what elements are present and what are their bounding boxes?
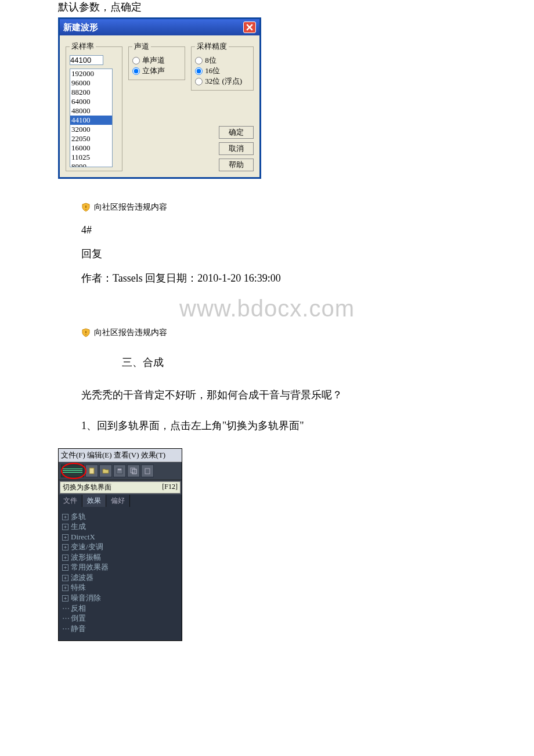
toolbar (59, 462, 182, 480)
sample-rate-input[interactable] (70, 55, 103, 65)
leaf-icon: ⋯ (62, 613, 68, 624)
precision-fieldset: 采样精度 8位16位32位 (浮点) (191, 41, 254, 91)
tree-label: 反相 (71, 604, 86, 613)
menu-item[interactable]: 文件(F) (61, 451, 85, 459)
precision-legend: 采样精度 (195, 41, 229, 52)
tree-item[interactable]: +波形振幅 (62, 552, 178, 563)
expand-icon: + (62, 514, 68, 520)
sample-rate-fieldset: 采样率 192000960008820064000480004410032000… (66, 41, 122, 171)
close-icon (246, 24, 253, 31)
report-link-2[interactable]: 向社区报告违规内容 (81, 327, 476, 338)
channel-option[interactable]: 立体声 (132, 66, 181, 76)
shield-icon (81, 328, 91, 337)
menu-item[interactable]: 效果(T) (141, 451, 166, 459)
sample-rate-option[interactable]: 96000 (70, 78, 112, 88)
expand-icon: + (62, 564, 68, 571)
sample-rate-option[interactable]: 16000 (70, 143, 112, 153)
paragraph-2: 1、回到多轨界面，点击左上角"切换为多轨界面" (81, 417, 476, 434)
ok-button[interactable]: 确定 (219, 126, 254, 139)
radio-input[interactable] (195, 78, 203, 85)
tree-item[interactable]: +噪音消除 (62, 593, 178, 603)
tree-item[interactable]: +变速/变调 (62, 542, 178, 552)
sample-rate-option[interactable]: 32000 (70, 125, 112, 134)
sample-rate-option[interactable]: 11025 (70, 153, 112, 162)
menu-item[interactable]: 查看(V) (114, 451, 139, 459)
menubar: 文件(F)编辑(E)查看(V)效果(T) (59, 449, 182, 462)
disk-icon (116, 467, 124, 475)
intro-text: 默认参数，点确定 (58, 0, 476, 14)
channel-fieldset: 声道 单声道立体声 (128, 41, 185, 80)
tree-item[interactable]: ⋯倒置 (62, 613, 178, 624)
precision-option[interactable]: 8位 (195, 55, 250, 66)
expand-icon: + (62, 585, 68, 591)
save-button[interactable] (113, 465, 126, 477)
radio-input[interactable] (195, 67, 203, 75)
reply-label: 回复 (81, 247, 476, 261)
precision-option[interactable]: 32位 (浮点) (195, 76, 250, 87)
radio-input[interactable] (132, 67, 140, 75)
report-link-text: 向社区报告违规内容 (94, 202, 167, 213)
expand-icon: + (62, 595, 68, 602)
channel-option[interactable]: 单声道 (132, 55, 181, 66)
tree-label: DirectX (71, 532, 95, 541)
tree-item[interactable]: +多轨 (62, 512, 178, 522)
channel-legend: 声道 (132, 41, 151, 52)
tree-label: 变速/变调 (71, 542, 103, 551)
titlebar: 新建波形 (60, 19, 259, 35)
dialog-title: 新建波形 (63, 22, 98, 33)
tree-label: 静音 (71, 624, 86, 633)
sample-rate-option[interactable]: 22050 (70, 134, 112, 143)
svg-rect-0 (89, 468, 94, 474)
tooltip-key: [F12] (162, 483, 178, 492)
tab-row: 文件效果偏好 (59, 495, 182, 507)
tree-item[interactable]: +特殊 (62, 582, 178, 593)
tree-item[interactable]: +DirectX (62, 532, 178, 542)
help-button[interactable]: 帮助 (219, 159, 254, 171)
sample-rate-list[interactable]: 1920009600088200640004800044100320002205… (70, 69, 113, 167)
paste-button[interactable] (141, 465, 154, 477)
tree-label: 倒置 (71, 614, 86, 622)
copy-button[interactable] (127, 465, 140, 477)
sample-rate-option[interactable]: 192000 (70, 69, 112, 78)
tab-偏好[interactable]: 偏好 (106, 495, 130, 507)
tab-文件[interactable]: 文件 (59, 495, 82, 507)
sample-rate-option[interactable]: 44100 (70, 116, 112, 125)
tree-item[interactable]: ⋯静音 (62, 624, 178, 634)
radio-label: 单声道 (142, 55, 165, 66)
radio-input[interactable] (195, 57, 203, 64)
multitrack-toggle-button[interactable] (61, 465, 84, 477)
expand-icon: + (62, 555, 68, 561)
tree-label: 常用效果器 (71, 563, 109, 571)
radio-label: 立体声 (142, 66, 165, 76)
expand-icon: + (62, 575, 68, 581)
precision-option[interactable]: 16位 (195, 66, 250, 76)
radio-label: 32位 (浮点) (205, 76, 242, 87)
multitrack-ui: 文件(F)编辑(E)查看(V)效果(T) (58, 448, 182, 642)
open-file-button[interactable] (99, 465, 112, 477)
sample-rate-option[interactable]: 64000 (70, 97, 112, 106)
copy-icon (129, 467, 138, 475)
radio-input[interactable] (132, 57, 140, 64)
sample-rate-option[interactable]: 48000 (70, 106, 112, 116)
paste-icon (143, 467, 151, 475)
menu-item[interactable]: 编辑(E) (87, 451, 112, 459)
expand-icon: + (62, 544, 68, 550)
file-icon (88, 467, 96, 475)
tree-item[interactable]: ⋯反相 (62, 603, 178, 614)
cancel-button[interactable]: 取消 (219, 142, 254, 155)
report-link-1[interactable]: 向社区报告违规内容 (81, 202, 476, 213)
tree-item[interactable]: +滤波器 (62, 573, 178, 583)
expand-icon: + (62, 524, 68, 530)
tooltip-row: 切换为多轨界面 [F12] (60, 481, 181, 494)
close-button[interactable] (243, 21, 256, 33)
sample-rate-option[interactable]: 8000 (70, 162, 112, 167)
shield-icon (81, 203, 91, 212)
new-file-button[interactable] (85, 465, 98, 477)
expand-icon: + (62, 534, 68, 541)
tree-item[interactable]: +常用效果器 (62, 562, 178, 573)
tab-效果[interactable]: 效果 (82, 495, 106, 507)
tree-label: 噪音消除 (71, 593, 101, 602)
sample-rate-option[interactable]: 88200 (70, 88, 112, 97)
tree-label: 多轨 (71, 512, 86, 521)
tree-item[interactable]: +生成 (62, 521, 178, 532)
